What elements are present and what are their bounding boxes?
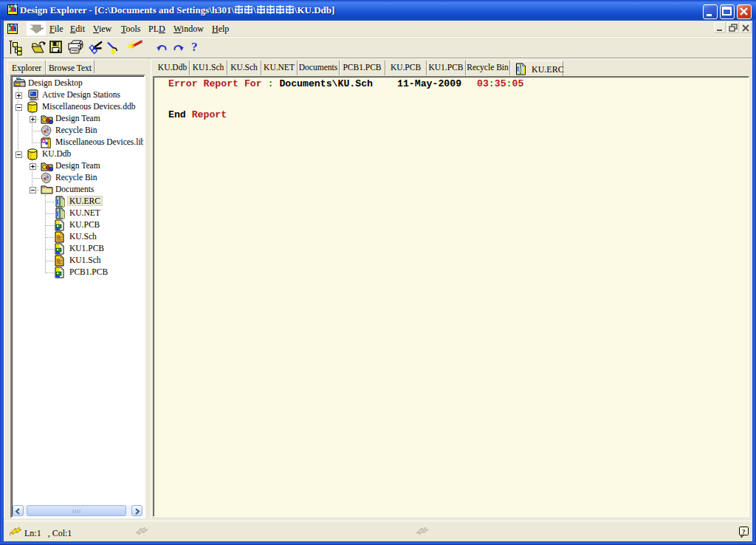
svg-text:?: ? <box>742 528 746 535</box>
